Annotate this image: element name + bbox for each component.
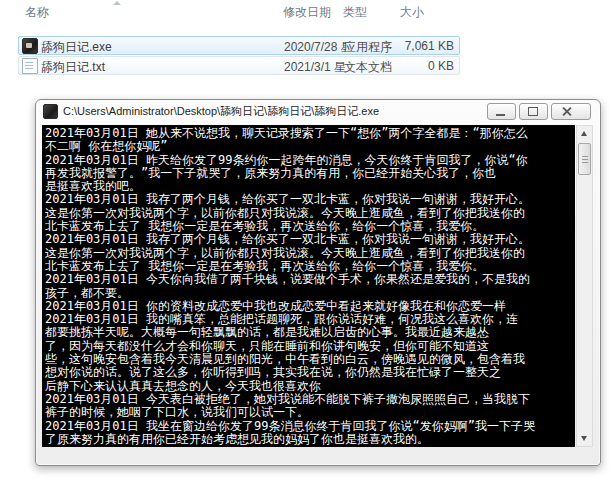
dog-app-icon-icon	[22, 38, 38, 54]
file-type: 应用程序	[344, 39, 414, 56]
console-line: 2021年03月01日 昨天给你发了99条约你一起跨年的消息，今天你终于肯回我了…	[45, 154, 575, 167]
restore-button[interactable]	[519, 103, 548, 120]
console-line: 北卡蓝发布上去了 我想你一定是在考验我，再次送给你，给你一个惊喜，我爱你。	[45, 220, 575, 233]
file-size: 0 KB	[428, 59, 454, 73]
scroll-down-button[interactable]	[577, 431, 592, 446]
close-button[interactable]	[551, 103, 591, 120]
console-line: 后静下心来认认真真去想念的人，今天我也很喜欢你	[45, 380, 575, 393]
console-line: 这是你第一次对我说两个字，以前你都只对我说滚。今天晚上逛咸鱼，看到了你把我送你的	[45, 207, 575, 220]
file-date: 2021/3/1 星期一 ...	[284, 59, 346, 76]
console-line: 想对你说的话。说了这么多，你听得到吗，其实我在说，你仍然是我在忙碌了一整天之	[45, 366, 575, 379]
file-list: 舔狗日记.exe2020/7/28 星期...应用程序7,061 KB舔狗日记.…	[0, 0, 611, 90]
console-line: 2021年03月01日 我存了两个月钱，给你买了一双北卡蓝，你对我说一句谢谢，我…	[45, 193, 575, 206]
console-window-title: C:\Users\Administrator\Desktop\舔狗日记\舔狗日记…	[63, 104, 487, 119]
scroll-up-button[interactable]	[577, 126, 592, 141]
console-output: 2021年03月01日 她从来不说想我，聊天记录搜索了一下“想你”两个字全都是：…	[42, 125, 575, 447]
text-file-icon-icon	[22, 58, 38, 74]
console-app-icon	[43, 104, 58, 119]
file-name: 舔狗日记.txt	[41, 59, 271, 76]
minimize-button[interactable]	[487, 103, 516, 120]
file-date: 2020/7/28 星期...	[284, 39, 346, 56]
file-row[interactable]: 舔狗日记.exe2020/7/28 星期...应用程序7,061 KB	[18, 36, 460, 55]
console-scrollbar[interactable]	[576, 125, 593, 447]
console-line: 孩子，都不要。	[45, 287, 575, 300]
console-line: 2021年03月01日 你的资料改成恋爱中我也改成恋爱中看起来就好像我在和你恋爱…	[45, 300, 575, 313]
console-window: C:\Users\Administrator\Desktop\舔狗日记\舔狗日记…	[35, 99, 601, 466]
console-line: 是挺喜欢我的吧。	[45, 180, 575, 193]
file-name: 舔狗日记.exe	[41, 39, 271, 56]
file-explorer-pane: 名称 修改日期 类型 大小 舔狗日记.exe2020/7/28 星期...应用程…	[0, 0, 611, 90]
console-line: 2021年03月01日 她从来不说想我，聊天记录搜索了一下“想你”两个字全都是：…	[45, 127, 575, 140]
file-row[interactable]: 舔狗日记.txt2021/3/1 星期一 ...文本文档0 KB	[18, 56, 460, 75]
console-line: 了，因为每天都没什么才会和你聊天，只能在睡前和你讲句晚安，但你可能不知道这	[45, 340, 575, 353]
console-line: 都要挑拣半天呢。大概每一句轻飘飘的话，都是我难以启齿的心事。我最近越来越怂	[45, 326, 575, 339]
console-line: 2021年03月01日 我坐在窗边给你发了99条消息你终于肯回我了你说“发你妈啊…	[45, 420, 575, 433]
console-titlebar[interactable]: C:\Users\Administrator\Desktop\舔狗日记\舔狗日记…	[36, 100, 600, 123]
console-line: 2021年03月01日 今天你向我借了两千块钱，说要做个手术，你果然还是爱我的，…	[45, 273, 575, 286]
window-controls	[487, 103, 591, 120]
restore-icon	[528, 107, 538, 116]
console-line: 这是你第一次对我说两个字，以前你都只对我说滚。今天晚上逛咸鱼，看到了你把我送你的	[45, 247, 575, 260]
console-line: 2021年03月01日 今天表白被拒绝了，她对我说能不能脱下裤子撒泡尿照照自己，…	[45, 393, 575, 406]
console-line: 不二啊 你在想你妈呢”	[45, 140, 575, 153]
file-size: 7,061 KB	[405, 39, 454, 53]
console-line: 了原来努力真的有用你已经开始考虑想见我的妈妈了你也是挺喜欢我的。	[45, 433, 575, 446]
scrollbar-thumb[interactable]	[578, 143, 591, 175]
console-line: 裤子的时候，她咽了下口水，说我们可以试一下。	[45, 406, 575, 419]
scroll-up-arrow-icon	[581, 131, 587, 136]
console-line: 2021年03月01日 我存了两个月钱，给你买了一双北卡蓝，你对我说一句谢谢，我…	[45, 233, 575, 246]
console-line: 2021年03月01日 我的嘴真笨，总能把话题聊死，跟你说话好难，何况我这么喜欢…	[45, 313, 575, 326]
console-line: 再发我就报警了。”我一下子就哭了，原来努力真的有用，你已经开始关心我了，你也	[45, 167, 575, 180]
console-line: 北卡蓝发布上去了 我想你一定是在考验我，再次送给你，给你一个惊喜，我爱你。	[45, 260, 575, 273]
minimize-icon	[496, 114, 505, 116]
scroll-down-arrow-icon	[581, 436, 587, 441]
file-type: 文本文档	[344, 59, 414, 76]
console-line: 些，这句晚安包含着我今天清晨见到的阳光，中午看到的白云，傍晚遇见的微风，包含着我	[45, 353, 575, 366]
